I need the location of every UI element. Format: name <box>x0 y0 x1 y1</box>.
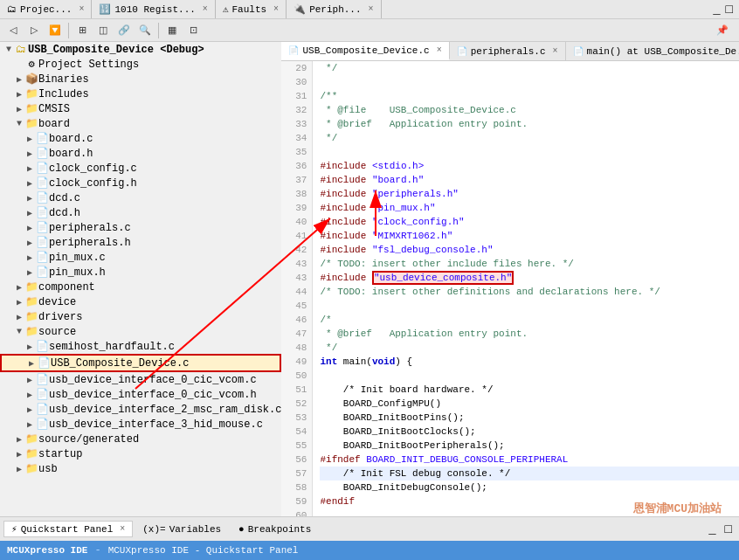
bottom-tab-quickstart[interactable]: ⚡ Quickstart Panel × <box>3 521 133 537</box>
maximize-btn[interactable]: □ <box>723 3 736 17</box>
vars-icon: (x)= <box>142 524 165 535</box>
editor-tab-main[interactable]: 📄 main() at USB_Composite_De... × <box>566 42 739 60</box>
tree-item-clock-c[interactable]: ▶ 📄 clock_config.c <box>0 161 281 176</box>
tab-peripherals[interactable]: 🔌 Periph... × <box>287 0 381 18</box>
minimize-btn[interactable]: _ <box>710 3 722 17</box>
tree-item-peripherals-h[interactable]: ▶ 📄 peripherals.h <box>0 235 281 250</box>
board-icon: 📁 <box>24 117 38 130</box>
main-layout: ▼ 🗂 USB_Composite_Device <Debug> ⚙ Proje… <box>0 42 739 516</box>
file-periph-h-icon: 📄 <box>35 236 49 249</box>
status-sep: - <box>94 544 100 557</box>
tree-item-dcd-h[interactable]: ▶ 📄 dcd.h <box>0 205 281 220</box>
tree-item-dcd-c[interactable]: ▶ 📄 dcd.c <box>0 190 281 205</box>
file-dcd-c-icon: 📄 <box>35 191 49 204</box>
tree-item-project-settings[interactable]: ⚙ Project Settings <box>0 57 281 72</box>
code-line: /** <box>320 89 739 103</box>
toolbar-link-btn[interactable]: 🔗 <box>114 22 134 39</box>
tree-label-dcd-c: dcd.c <box>49 192 281 204</box>
file-tree[interactable]: ▼ 🗂 USB_Composite_Device <Debug> ⚙ Proje… <box>0 42 281 516</box>
tree-root[interactable]: ▼ 🗂 USB_Composite_Device <Debug> <box>0 42 281 57</box>
editor-tab-close-1[interactable]: × <box>553 46 558 56</box>
tree-label-board: board <box>38 118 281 130</box>
code-content[interactable]: *//** * @file USB_Composite_Device.c * @… <box>313 61 739 516</box>
toolbar-search-btn[interactable]: 🔍 <box>135 22 155 39</box>
tab-faults[interactable]: ⚠ Faults × <box>216 0 287 18</box>
close-icon[interactable]: × <box>369 4 374 14</box>
close-icon[interactable]: × <box>79 4 84 14</box>
project-icon: 🗂 <box>7 3 17 15</box>
code-line: * @file USB_Composite_Device.c <box>320 103 739 117</box>
project-root-icon: 🗂 <box>14 43 28 56</box>
tree-item-includes[interactable]: ▶ 📁 Includes <box>0 86 281 101</box>
file-dcd-h-icon: 📄 <box>35 206 49 219</box>
tree-item-source[interactable]: ▼ 📁 source <box>0 324 281 339</box>
tree-item-component[interactable]: ▶ 📁 component <box>0 280 281 294</box>
watermark: 恩智浦MCU加油站 <box>633 501 722 516</box>
tree-label-usb-composite: USB_Composite_Device.c <box>51 357 280 370</box>
tree-item-pin-mux-h[interactable]: ▶ 📄 pin_mux.h <box>0 265 281 280</box>
tree-item-usb-iface-0-h[interactable]: ▶ 📄 usb_device_interface_0_cic_vcom.h <box>0 387 281 402</box>
tab-registers[interactable]: 🔢 1010 Regist... × <box>92 0 215 18</box>
toolbar-filter-btn[interactable]: 🔽 <box>45 22 65 39</box>
tree-item-drivers[interactable]: ▶ 📁 drivers <box>0 309 281 324</box>
toolbar-grid-btn[interactable]: ⊞ <box>73 22 92 39</box>
right-panel: 📄 USB_Composite_Device.c × 📄 peripherals… <box>281 42 739 516</box>
code-line: */ <box>320 341 739 355</box>
code-line <box>320 145 739 159</box>
tree-item-usb-iface-2[interactable]: ▶ 📄 usb_device_interface_2_msc_ram_disk.… <box>0 402 281 417</box>
code-line: #ifndef BOARD_INIT_DEBUG_CONSOLE_PERIPHE… <box>320 453 739 467</box>
toolbar-pin-btn[interactable]: 📌 <box>713 22 732 39</box>
mcuxpresso-logo: MCUXpresso IDE <box>7 545 87 556</box>
tree-label-usb-iface-3: usb_device_interface_3_hid_mouse.c <box>49 418 281 431</box>
tree-label-cmsis: CMSIS <box>38 103 281 115</box>
tree-item-board[interactable]: ▼ 📁 board <box>0 116 281 131</box>
tree-item-peripherals-c[interactable]: ▶ 📄 peripherals.c <box>0 220 281 235</box>
editor-tab-close-0[interactable]: × <box>437 45 442 55</box>
tree-label-board-c: board.c <box>49 133 281 145</box>
tree-item-usb-iface-0-c[interactable]: ▶ 📄 usb_device_interface_0_cic_vcom.c <box>0 372 281 387</box>
settings-icon: ⚙ <box>24 58 38 71</box>
source-gen-icon: 📁 <box>24 432 38 446</box>
tree-label-source-gen: source/generated <box>38 433 281 446</box>
file-pinmux-h-icon: 📄 <box>35 266 49 279</box>
minimize-bottom-btn[interactable]: _ <box>705 522 719 536</box>
tree-label-device: device <box>38 296 281 308</box>
tree-item-device[interactable]: ▶ 📁 device <box>0 294 281 309</box>
tree-item-cmsis[interactable]: ▶ 📁 CMSIS <box>0 101 281 116</box>
toolbar-back-btn[interactable]: ◁ <box>3 22 23 39</box>
tree-item-usb-iface-3[interactable]: ▶ 📄 usb_device_interface_3_hid_mouse.c <box>0 417 281 432</box>
toolbar-forward-btn[interactable]: ▷ <box>24 22 44 39</box>
tree-item-usb[interactable]: ▶ 📁 usb <box>0 461 281 476</box>
file-usbiface-c-icon: 📄 <box>35 373 49 386</box>
close-icon[interactable]: × <box>273 4 279 14</box>
tree-item-semihost[interactable]: ▶ 📄 semihost_hardfault.c <box>0 339 281 354</box>
code-editor[interactable]: 2930313233343536373839404142434344454647… <box>281 61 739 516</box>
tab-project[interactable]: 🗂 Projec... × <box>0 0 92 18</box>
editor-tab-usb-composite[interactable]: 📄 USB_Composite_Device.c × <box>281 42 449 60</box>
toolbar-split-btn[interactable]: ◫ <box>93 22 113 39</box>
tree-item-binaries[interactable]: ▶ 📦 Binaries <box>0 72 281 86</box>
tree-item-board-h[interactable]: ▶ 📄 board.h <box>0 146 281 161</box>
toolbar-sep-1 <box>68 23 69 38</box>
close-icon[interactable]: × <box>203 4 208 14</box>
code-line: /* Init board hardware. */ <box>320 383 739 397</box>
tree-item-usb-composite[interactable]: ▶ 📄 USB_Composite_Device.c <box>0 354 281 372</box>
maximize-bottom-btn[interactable]: □ <box>722 522 736 536</box>
code-line <box>320 75 739 89</box>
tree-arrow-board-h: ▶ <box>24 149 35 159</box>
tree-item-source-generated[interactable]: ▶ 📁 source/generated <box>0 432 281 446</box>
code-line: BOARD_InitBootPins(); <box>320 411 739 425</box>
bottom-tab-close-0[interactable]: × <box>120 524 125 534</box>
tree-item-clock-h[interactable]: ▶ 📄 clock_config.h <box>0 176 281 190</box>
toolbar-table-btn[interactable]: ▦ <box>162 22 182 39</box>
editor-tab-peripherals[interactable]: 📄 peripherals.c × <box>450 42 566 60</box>
bottom-tab-variables[interactable]: (x)= Variables <box>135 522 229 537</box>
tree-item-startup[interactable]: ▶ 📁 startup <box>0 446 281 461</box>
tree-item-board-c[interactable]: ▶ 📄 board.c <box>0 131 281 146</box>
code-line: */ <box>320 61 739 75</box>
cmsis-icon: 📁 <box>24 102 38 115</box>
tree-item-pin-mux-c[interactable]: ▶ 📄 pin_mux.c <box>0 250 281 265</box>
toolbar-box-btn[interactable]: ⊡ <box>183 22 203 39</box>
bottom-tab-breakpoints[interactable]: ● Breakpoints <box>231 522 319 537</box>
tree-label-component: component <box>38 281 281 294</box>
